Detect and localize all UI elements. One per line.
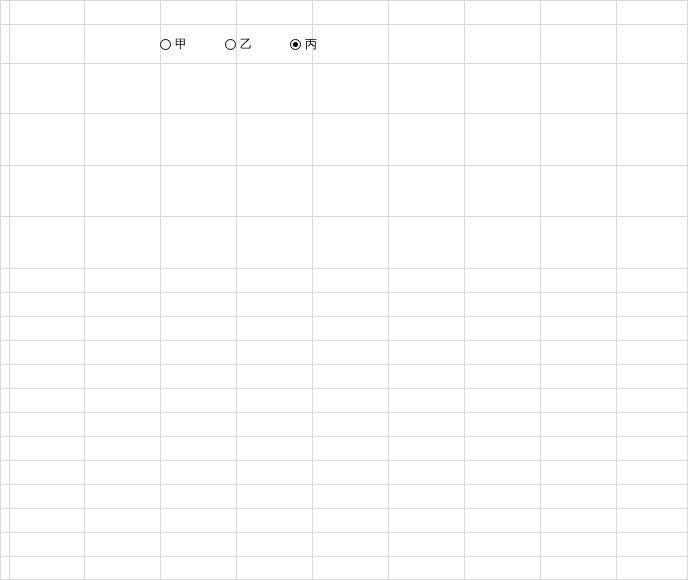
- gridline-horizontal: [0, 316, 688, 317]
- gridline-horizontal: [0, 460, 688, 461]
- radio-option-3[interactable]: 丙: [290, 38, 317, 50]
- radio-icon: [160, 39, 171, 50]
- gridline-vertical: [84, 0, 85, 580]
- gridline-vertical: [312, 0, 313, 580]
- gridline-horizontal: [0, 292, 688, 293]
- gridline-vertical: [464, 0, 465, 580]
- radio-icon: [290, 39, 301, 50]
- gridline-horizontal: [0, 340, 688, 341]
- gridline-horizontal: [0, 24, 688, 25]
- gridline-horizontal: [0, 532, 688, 533]
- gridline-horizontal: [0, 484, 688, 485]
- radio-label: 甲: [175, 38, 187, 50]
- gridline-vertical: [388, 0, 389, 580]
- gridline-horizontal: [0, 364, 688, 365]
- radio-option-1[interactable]: 甲: [160, 38, 187, 50]
- gridline-horizontal: [0, 216, 688, 217]
- gridline-horizontal: [0, 508, 688, 509]
- radio-group: 甲 乙 丙: [160, 36, 355, 52]
- gridline-horizontal: [0, 165, 688, 166]
- spreadsheet-grid[interactable]: 甲 乙 丙: [0, 0, 688, 580]
- gridline-vertical: [540, 0, 541, 580]
- gridline-vertical: [0, 0, 1, 580]
- radio-icon: [225, 39, 236, 50]
- gridline-vertical: [9, 0, 10, 580]
- gridline-horizontal: [0, 388, 688, 389]
- gridline-horizontal: [0, 0, 688, 1]
- gridline-horizontal: [0, 268, 688, 269]
- gridline-vertical: [616, 0, 617, 580]
- gridline-horizontal: [0, 63, 688, 64]
- radio-option-2[interactable]: 乙: [225, 38, 252, 50]
- gridline-vertical: [236, 0, 237, 580]
- gridline-horizontal: [0, 436, 688, 437]
- gridline-horizontal: [0, 113, 688, 114]
- gridline-vertical: [160, 0, 161, 580]
- gridline-horizontal: [0, 556, 688, 557]
- gridline-horizontal: [0, 412, 688, 413]
- radio-label: 乙: [240, 38, 252, 50]
- radio-label: 丙: [305, 38, 317, 50]
